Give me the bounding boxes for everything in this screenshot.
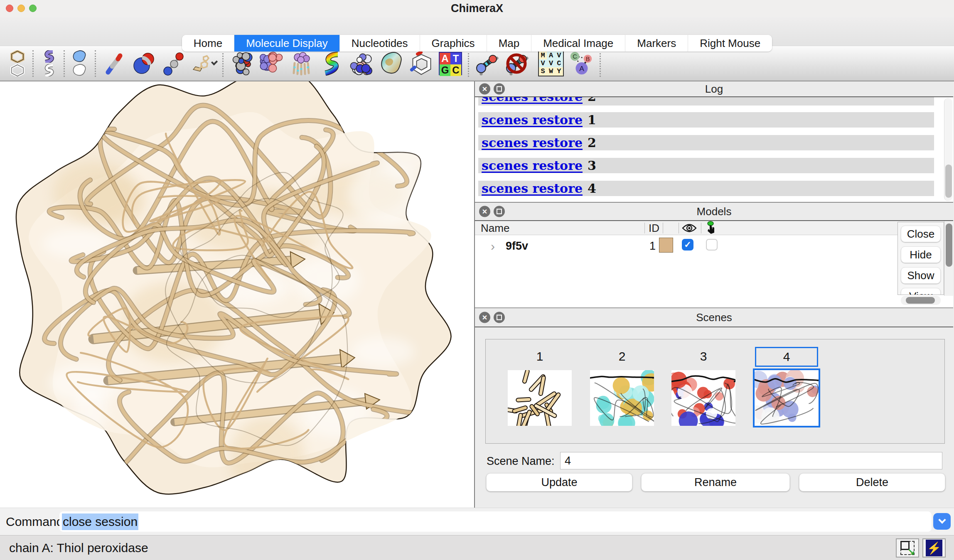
disclosure-chevron-icon[interactable]: ›: [491, 239, 495, 253]
tab-row: Home Molecule Display Nucleotides Graphi…: [0, 17, 954, 46]
zoom-window-button[interactable]: [29, 5, 37, 12]
seq-letter: S: [539, 67, 547, 75]
scenes-undock-icon[interactable]: [494, 312, 505, 323]
scene-item-2[interactable]: 2: [580, 339, 664, 443]
models-show-button[interactable]: Show: [901, 267, 941, 284]
scene-delete-button[interactable]: Delete: [799, 473, 945, 491]
color-electrostatic-icon[interactable]: [349, 50, 374, 77]
log-link[interactable]: scenes restore: [482, 135, 583, 150]
log-close-icon[interactable]: ✕: [479, 84, 490, 95]
nucleotide-g-cell: G: [440, 64, 450, 76]
scene-item-3[interactable]: 3: [662, 339, 745, 443]
ball-and-stick-style-icon[interactable]: [162, 50, 187, 77]
scene-item-1[interactable]: 1: [498, 339, 581, 443]
log-body: scenes restore2 scenes restore1 scenes r…: [475, 97, 953, 203]
scene-item-4-selected[interactable]: 4: [745, 339, 828, 443]
graphics-viewport[interactable]: [0, 81, 475, 508]
minimize-window-button[interactable]: [17, 5, 25, 12]
nucleotide-colors-icon[interactable]: A T G C: [439, 52, 462, 75]
tab-right-mouse[interactable]: Right Mouse: [688, 35, 772, 52]
lightning-icon: ⚡: [926, 540, 942, 556]
hide-atoms-icon[interactable]: [8, 64, 27, 77]
models-hide-button[interactable]: Hide: [901, 246, 941, 263]
log-undock-icon[interactable]: [494, 84, 505, 95]
show-atoms-icon[interactable]: [8, 50, 27, 63]
models-view-button[interactable]: View: [901, 288, 941, 295]
color-hydrophobicity-icon[interactable]: [379, 50, 404, 77]
clear-color-icon[interactable]: [409, 50, 434, 77]
log-link[interactable]: scenes restore: [482, 158, 583, 173]
svg-text:C: C: [573, 53, 577, 60]
model-selected-checkbox[interactable]: [706, 239, 718, 251]
fast-mode-button[interactable]: ⚡: [922, 538, 946, 558]
tab-home[interactable]: Home: [182, 35, 234, 52]
sequence-viewer-icon[interactable]: MAV VVC SWY: [538, 51, 564, 76]
show-hydrogen-bonds-icon[interactable]: [475, 50, 500, 77]
log-link[interactable]: scenes restore: [482, 97, 583, 104]
scene-thumbnail-2[interactable]: [590, 370, 654, 426]
command-input[interactable]: close session: [59, 511, 932, 532]
tab-markers[interactable]: Markers: [625, 35, 688, 52]
model-row-9f5v[interactable]: › 9f5v 1 ✓: [475, 238, 953, 256]
chain-interfaces-icon[interactable]: C B A: [569, 50, 594, 77]
column-name: Name: [481, 222, 509, 235]
toolbar-divider: [32, 50, 34, 77]
tab-molecule-display[interactable]: Molecule Display: [234, 35, 339, 52]
log-link[interactable]: scenes restore: [482, 181, 583, 196]
hide-surfaces-icon[interactable]: [71, 64, 89, 77]
models-body: Name ID › 9f5v 1 ✓: [475, 221, 953, 308]
seq-letter: C: [555, 59, 563, 67]
models-horizontal-scrollbar[interactable]: [901, 296, 941, 305]
hide-hydrogen-bonds-icon[interactable]: [505, 50, 530, 77]
scene-update-button[interactable]: Update: [486, 473, 632, 491]
seq-letter: A: [547, 52, 555, 59]
scene-thumbnail-4[interactable]: [755, 370, 819, 426]
color-by-chain-icon[interactable]: [259, 50, 284, 77]
scene-rename-button[interactable]: Rename: [641, 473, 790, 491]
tab-graphics[interactable]: Graphics: [420, 35, 487, 52]
tab-map[interactable]: Map: [487, 35, 531, 52]
scene-label: 2: [580, 349, 664, 364]
models-scrollbar[interactable]: [944, 221, 953, 296]
color-heteroatom-icon[interactable]: [229, 50, 254, 77]
log-link[interactable]: scenes restore: [482, 113, 583, 127]
stick-style-icon[interactable]: [102, 50, 127, 77]
show-surfaces-icon[interactable]: [71, 50, 89, 63]
protein-model-9f5v[interactable]: [0, 81, 475, 508]
rainbow-icon[interactable]: [319, 50, 344, 77]
tab-strip: Home Molecule Display Nucleotides Graphi…: [182, 35, 772, 52]
nucleotides-dropdown-chevron[interactable]: [211, 59, 218, 65]
scene-name-input[interactable]: [560, 452, 942, 469]
chevron-down-icon: [938, 516, 946, 523]
nucleotides-display-icon[interactable]: [192, 50, 216, 77]
model-color-swatch[interactable]: [659, 238, 673, 253]
command-bar: Command: close session: [0, 508, 954, 535]
close-window-button[interactable]: [6, 5, 13, 12]
command-history-dropdown-button[interactable]: [933, 513, 951, 530]
title-bar: ChimeraX: [0, 0, 954, 17]
scenes-close-icon[interactable]: ✕: [479, 312, 490, 323]
log-entry: scenes restore4: [478, 181, 934, 196]
models-close-button[interactable]: Close: [901, 226, 941, 242]
toolbar-divider: [95, 50, 96, 77]
scene-thumbnail-1[interactable]: [508, 370, 572, 426]
selection-mode-button[interactable]: ↘: [896, 538, 919, 558]
tab-nucleotides[interactable]: Nucleotides: [339, 35, 420, 52]
seq-letter: V: [539, 59, 547, 67]
color-by-polymer-icon[interactable]: [289, 50, 314, 77]
hide-cartoons-icon[interactable]: [39, 64, 58, 77]
scene-thumbnail-3[interactable]: [671, 370, 735, 426]
model-name: 9f5v: [506, 240, 528, 253]
window-title: ChimeraX: [451, 2, 503, 15]
log-scrollbar[interactable]: [944, 98, 952, 201]
seq-letter: M: [539, 52, 547, 59]
model-displayed-checkbox[interactable]: ✓: [682, 239, 693, 251]
tab-medical-image[interactable]: Medical Image: [531, 35, 625, 52]
show-cartoons-icon[interactable]: [39, 50, 58, 63]
scenes-body: 1 2 3 4 Scene Name: Update Rena: [475, 327, 953, 508]
sphere-style-icon[interactable]: [132, 50, 157, 77]
models-undock-icon[interactable]: [494, 206, 505, 217]
models-close-icon[interactable]: ✕: [479, 206, 490, 217]
column-id: ID: [649, 222, 659, 235]
toolbar-divider: [600, 50, 601, 77]
